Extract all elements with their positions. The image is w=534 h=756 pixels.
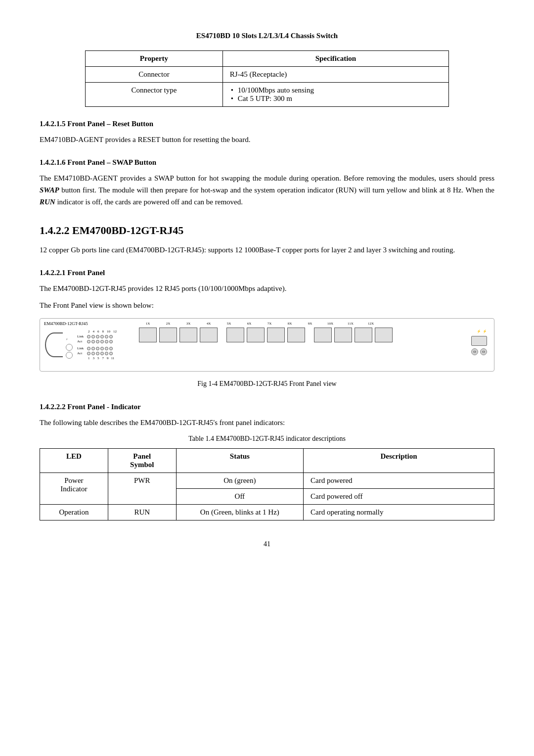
section-1421-6-heading: 1.4.2.1.6 Front Panel – SWAP Button <box>40 156 494 168</box>
swap-keyword: SWAP <box>40 186 59 194</box>
status-off: Off <box>176 488 303 504</box>
symbol-pwr: PWR <box>108 472 176 504</box>
panel-icon-area: ⚡ <box>66 337 73 359</box>
symbol-run: RUN <box>108 504 176 520</box>
figure-caption: Fig 1-4 EM4700BD-12GT-RJ45 Front Panel v… <box>40 378 494 389</box>
section-1421-6: 1.4.2.1.6 Front Panel – SWAP Button The … <box>40 156 494 208</box>
table-caption: Table 1.4 EM4700BD-12GT-RJ45 indicator d… <box>40 433 494 444</box>
desc-card-powered: Card powered <box>304 472 494 488</box>
status-blinks: On (Green, blinks at 1 Hz) <box>176 504 303 520</box>
section-1422-1-heading: 1.4.2.2.1 Front Panel <box>40 267 494 279</box>
led-power: PowerIndicator <box>40 472 108 504</box>
page-number: 41 <box>40 540 494 548</box>
section-1422-1: 1.4.2.2.1 Front Panel The EM4700BD-12GT-… <box>40 267 494 389</box>
section-1421-5-body: EM4710BD-AGENT provides a RESET button f… <box>40 134 494 145</box>
spec-value-connector: RJ-45 (Receptacle) <box>222 67 448 83</box>
table-row: Operation RUN On (Green, blinks at 1 Hz)… <box>40 504 494 520</box>
section-1422-2: 1.4.2.2.2 Front Panel - Indicator The fo… <box>40 401 494 520</box>
section-1422-2-heading: 1.4.2.2.2 Front Panel - Indicator <box>40 401 494 413</box>
indicator-area: 24681012 Link Act <box>77 330 117 360</box>
page-header: ES4710BD 10 Slots L2/L3/L4 Chassis Switc… <box>40 30 494 42</box>
section-1422-1-body2: The Front Panel view is shown below: <box>40 299 494 311</box>
run-keyword: RUN <box>40 198 55 206</box>
section-1422-intro: 12 copper Gb ports line card (EM4700BD-1… <box>40 244 494 256</box>
section-1422-heading: 1.4.2.2 EM4700BD-12GT-RJ45 <box>40 222 494 239</box>
status-on-green: On (green) <box>176 472 303 488</box>
desc-card-powered-off: Card powered off <box>304 488 494 504</box>
section-1421-5: 1.4.2.1.5 Front Panel – Reset Button EM4… <box>40 118 494 145</box>
desc-operating: Card operating normally <box>304 504 494 520</box>
spec-property-connector: Connector <box>86 67 223 83</box>
table-row: Connector RJ-45 (Receptacle) <box>86 67 449 83</box>
section-1421-5-heading: 1.4.2.1.5 Front Panel – Reset Button <box>40 118 494 130</box>
section-1422-2-body: The following table describes the EM4700… <box>40 417 494 428</box>
led-operation: Operation <box>40 504 108 520</box>
table-row: PowerIndicator PWR On (green) Card power… <box>40 472 494 488</box>
spec-table-header-property: Property <box>86 51 223 67</box>
spec-table: Property Specification Connector RJ-45 (… <box>85 50 449 107</box>
indicator-table-header-led: LED <box>40 448 108 472</box>
section-1422: 1.4.2.2 EM4700BD-12GT-RJ45 12 copper Gb … <box>40 222 494 256</box>
indicator-table-header-desc: Description <box>304 448 494 472</box>
indicator-table-header-status: Status <box>176 448 303 472</box>
indicator-table-header-symbol: PanelSymbol <box>108 448 176 472</box>
spec-property-connector-type: Connector type <box>86 83 223 107</box>
front-panel-diagram: EM4700BD-12GT-RJ45 ⚡ 24681012 Link <box>40 318 494 372</box>
section-1421-6-body: The EM4710BD-AGENT provides a SWAP butto… <box>40 172 494 208</box>
port-groups-area: 1X 2X 3X 4X 5X 6X 7X 8X 9X 10X 11X 12X <box>139 328 393 342</box>
section-1422-1-body1: The EM4700BD-12GT-RJ45 provides 12 RJ45 … <box>40 283 494 294</box>
left-connector <box>45 332 63 357</box>
spec-value-connector-type: 10/100Mbps auto sensing Cat 5 UTP: 300 m <box>222 83 448 107</box>
table-row: Connector type 10/100Mbps auto sensing C… <box>86 83 449 107</box>
right-connectors: ⚡⚡ O O <box>471 330 487 355</box>
indicator-table: LED PanelSymbol Status Description Power… <box>40 448 494 520</box>
diagram-label: EM4700BD-12GT-RJ45 <box>44 321 88 326</box>
spec-table-header-specification: Specification <box>222 51 448 67</box>
